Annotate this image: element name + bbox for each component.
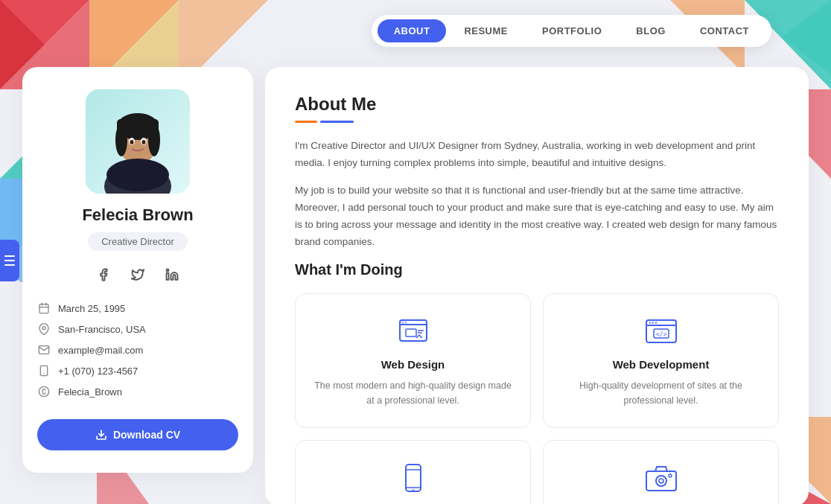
svg-rect-43 [406, 329, 416, 336]
service-card-web-design: Web Design The most modern and high-qual… [295, 293, 531, 428]
location-icon [37, 322, 51, 336]
services-grid: Web Design The most modern and high-qual… [295, 293, 779, 504]
info-location: San-Francisco, USA [37, 322, 238, 336]
nav-item-resume[interactable]: RESUME [448, 19, 524, 42]
svg-point-26 [106, 159, 169, 191]
info-phone: +1 (070) 123-4567 [37, 364, 238, 377]
svg-rect-31 [167, 273, 169, 280]
svg-point-47 [404, 321, 407, 323]
service-card-web-dev: </> Web Development High-quality develop… [543, 293, 779, 428]
svg-point-29 [130, 140, 134, 144]
navbar: ABOUT RESUME PORTFOLIO BLOG CONTACT [372, 15, 771, 47]
underline-blue [320, 121, 354, 123]
title-badge: Creative Director [88, 232, 188, 251]
linkedin-icon[interactable] [160, 263, 184, 287]
photography-icon [643, 460, 680, 497]
info-skype: Felecia_Brown [37, 385, 238, 398]
web-design-icon [395, 313, 432, 351]
skype-icon [37, 385, 51, 398]
service-desc-web-dev: High-quality development of sites at the… [558, 378, 763, 408]
sidebar-card: Felecia Brown Creative Director [22, 67, 253, 473]
svg-point-37 [42, 327, 45, 330]
svg-text:</>: </> [656, 331, 667, 338]
svg-point-54 [655, 322, 657, 324]
page-wrapper: Felecia Brown Creative Director [0, 0, 831, 504]
first-name: Felecia [82, 205, 142, 224]
svg-point-53 [652, 322, 654, 324]
last-name: Brown [142, 205, 193, 224]
hamburger-line [4, 255, 15, 257]
service-card-photography: Photography I make high-quality photos o… [543, 440, 779, 504]
about-paragraph-2: My job is to build your website so that … [295, 182, 779, 251]
social-icons [92, 263, 184, 287]
service-name-web-design: Web Design [381, 358, 445, 371]
about-paragraph-1: I'm Creative Director and UI/UX Designer… [295, 138, 779, 172]
avatar [86, 89, 190, 194]
underline-orange [295, 121, 317, 123]
svg-point-61 [659, 479, 663, 483]
phone-icon [37, 364, 51, 377]
title-underline [295, 121, 779, 123]
facebook-icon[interactable] [92, 263, 115, 287]
svg-point-30 [142, 140, 146, 144]
download-icon [95, 429, 107, 441]
svg-point-58 [412, 489, 414, 491]
nav-item-about[interactable]: ABOUT [378, 19, 447, 42]
main-content-card: About Me I'm Creative Director and UI/UX… [265, 67, 809, 504]
web-dev-icon: </> [643, 313, 680, 351]
mobile-icon [395, 460, 432, 497]
info-list: March 25, 1995 San-Francisco, USA [37, 302, 238, 398]
download-cv-button[interactable]: Download CV [37, 419, 238, 450]
hamburger-menu-button[interactable] [0, 240, 19, 281]
nav-item-blog[interactable]: BLOG [620, 19, 682, 42]
svg-rect-25 [117, 119, 159, 134]
info-email: example@mail.com [37, 343, 238, 357]
doing-title: What I'm Doing [295, 261, 779, 278]
service-card-mobile: Mobile Apps Professional development of … [295, 440, 531, 504]
svg-point-60 [656, 476, 666, 486]
hamburger-line [4, 264, 15, 266]
nav-bar: ABOUT RESUME PORTFOLIO BLOG CONTACT [372, 15, 771, 47]
svg-point-32 [167, 269, 169, 272]
nav-item-contact[interactable]: CONTACT [684, 19, 765, 42]
service-desc-web-design: The most modern and high-quality design … [311, 378, 515, 408]
about-title: About Me [295, 94, 779, 115]
calendar-icon [37, 302, 51, 315]
svg-point-62 [669, 474, 672, 477]
svg-point-52 [649, 322, 651, 324]
info-birthday: March 25, 1995 [37, 302, 238, 315]
svg-rect-59 [646, 471, 676, 491]
svg-rect-33 [39, 304, 48, 313]
svg-point-46 [401, 321, 404, 323]
service-name-web-dev: Web Development [613, 358, 710, 371]
twitter-icon[interactable] [126, 263, 150, 287]
hamburger-line [4, 260, 15, 261]
nav-item-portfolio[interactable]: PORTFOLIO [526, 19, 618, 42]
email-icon [37, 343, 51, 357]
person-name: Felecia Brown [82, 205, 193, 225]
download-cv-label: Download CV [113, 429, 180, 441]
